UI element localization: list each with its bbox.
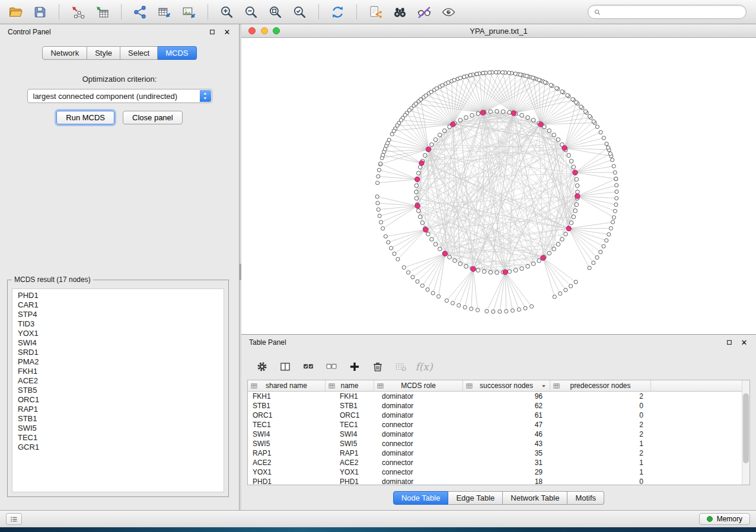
tab-motifs[interactable]: Motifs [567, 491, 604, 505]
network-leaf-node[interactable] [481, 71, 485, 75]
column-header-shared-name[interactable]: shared name [248, 380, 326, 392]
network-leaf-node[interactable] [446, 81, 450, 84]
network-node[interactable] [526, 116, 530, 120]
network-node[interactable] [464, 264, 468, 268]
column-header-MCDS-role[interactable]: MCDS role [374, 380, 463, 392]
network-leaf-node[interactable] [605, 142, 608, 146]
network-node[interactable] [520, 113, 524, 117]
network-leaf-node[interactable] [492, 310, 495, 313]
network-leaf-node[interactable] [579, 105, 583, 108]
network-node[interactable] [426, 232, 430, 236]
network-leaf-node[interactable] [612, 164, 615, 168]
mcds-result-item[interactable]: GCR1 [12, 443, 224, 452]
network-leaf-node[interactable] [378, 214, 381, 217]
table-row[interactable]: FKH1FKH1dominator962 [248, 392, 742, 401]
network-node[interactable] [501, 110, 505, 114]
network-leaf-node[interactable] [379, 220, 383, 224]
network-leaf-node[interactable] [613, 209, 617, 213]
network-leaf-node[interactable] [463, 306, 467, 309]
network-hub-node[interactable] [541, 255, 546, 260]
mcds-result-item[interactable]: TID3 [12, 319, 224, 329]
network-leaf-node[interactable] [615, 190, 618, 194]
network-leaf-node[interactable] [611, 158, 614, 162]
network-node[interactable] [575, 203, 579, 207]
network-leaf-node[interactable] [437, 294, 441, 298]
network-leaf-node[interactable] [381, 153, 385, 157]
zoom-selected-button[interactable] [289, 2, 311, 21]
network-node[interactable] [495, 110, 499, 114]
add-button[interactable] [347, 359, 362, 374]
network-leaf-node[interactable] [615, 197, 618, 200]
network-leaf-node[interactable] [396, 257, 400, 261]
network-node[interactable] [438, 247, 442, 251]
network-leaf-node[interactable] [595, 125, 599, 129]
network-leaf-node[interactable] [495, 70, 498, 74]
network-node[interactable] [526, 264, 530, 268]
network-node[interactable] [567, 153, 571, 158]
network-leaf-node[interactable] [559, 291, 562, 295]
network-leaf-node[interactable] [525, 74, 528, 78]
select-checked-button[interactable] [301, 359, 316, 374]
network-hub-node[interactable] [451, 122, 455, 127]
network-node[interactable] [453, 259, 457, 263]
network-leaf-node[interactable] [377, 208, 380, 211]
table-row[interactable]: YOX1YOX1connector291 [248, 467, 742, 477]
column-header-predecessor-nodes[interactable]: predecessor nodes [550, 380, 651, 392]
network-leaf-node[interactable] [445, 299, 448, 302]
mcds-result-item[interactable]: ACE2 [12, 376, 224, 386]
tab-style[interactable]: Style [87, 46, 120, 60]
network-leaf-node[interactable] [517, 307, 521, 311]
zoom-in-button[interactable] [216, 2, 238, 21]
network-leaf-node[interactable] [426, 288, 429, 291]
network-leaf-node[interactable] [507, 71, 511, 75]
memory-button[interactable]: Memory [699, 513, 750, 525]
network-leaf-node[interactable] [402, 265, 406, 269]
table-row[interactable]: ORC1ORC1dominator610 [248, 411, 742, 420]
tab-network[interactable]: Network [42, 46, 87, 60]
network-leaf-node[interactable] [375, 195, 379, 198]
network-leaf-node[interactable] [498, 310, 502, 313]
network-leaf-node[interactable] [379, 162, 382, 165]
optimization-criterion-select[interactable]: largest connected component (undirected) [27, 89, 212, 103]
hide-results-button[interactable] [413, 2, 435, 21]
find-button[interactable] [389, 2, 411, 21]
network-window-titlebar[interactable]: YPA_prune.txt_1 [241, 24, 756, 38]
network-node[interactable] [489, 110, 493, 114]
network-node[interactable] [556, 242, 560, 246]
network-node[interactable] [489, 270, 493, 274]
network-leaf-node[interactable] [592, 261, 595, 265]
network-node[interactable] [531, 262, 535, 266]
network-leaf-node[interactable] [602, 136, 605, 140]
open-file-button[interactable] [5, 2, 27, 21]
network-leaf-node[interactable] [376, 181, 379, 185]
network-node[interactable] [547, 129, 551, 133]
network-leaf-node[interactable] [505, 309, 508, 313]
network-leaf-node[interactable] [566, 94, 569, 97]
network-leaf-node[interactable] [599, 130, 602, 134]
network-leaf-node[interactable] [424, 94, 428, 97]
network-leaf-node[interactable] [429, 90, 433, 94]
network-leaf-node[interactable] [592, 120, 595, 123]
network-leaf-node[interactable] [571, 97, 575, 101]
mcds-result-item[interactable]: SWI4 [12, 338, 224, 348]
network-node[interactable] [476, 268, 480, 273]
network-node[interactable] [531, 118, 535, 123]
network-leaf-node[interactable] [441, 84, 444, 87]
mcds-result-item[interactable]: STB5 [12, 386, 224, 395]
network-node[interactable] [458, 262, 462, 266]
network-hub-node[interactable] [575, 194, 580, 198]
network-leaf-node[interactable] [381, 227, 385, 230]
network-leaf-node[interactable] [451, 302, 454, 305]
status-options-button[interactable] [6, 513, 22, 525]
network-hub-node[interactable] [503, 270, 508, 274]
network-node[interactable] [448, 255, 452, 259]
table-row[interactable]: SWI5SWI5connector431 [248, 439, 742, 448]
network-leaf-node[interactable] [543, 81, 547, 84]
mcds-result-item[interactable]: FKH1 [12, 367, 224, 376]
network-leaf-node[interactable] [608, 152, 612, 155]
network-graph[interactable] [241, 38, 756, 334]
mcds-result-item[interactable]: ORC1 [12, 395, 224, 405]
network-node[interactable] [575, 184, 579, 188]
export-table-button[interactable] [154, 2, 176, 21]
network-hub-node[interactable] [566, 226, 571, 231]
